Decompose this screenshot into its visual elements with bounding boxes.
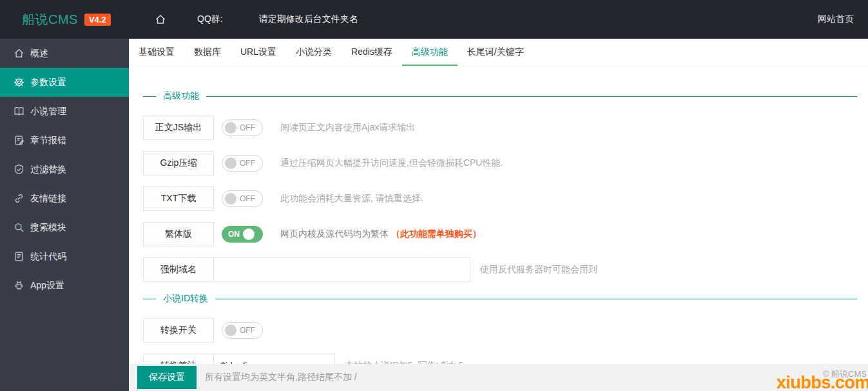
sidebar-item-3[interactable]: 小说管理 <box>0 97 129 126</box>
home-icon[interactable] <box>155 14 166 25</box>
toggle-switch[interactable]: OFF <box>222 190 263 207</box>
home-icon <box>14 48 24 59</box>
section-legend: 高级功能 <box>143 90 857 102</box>
setting-label: Gzip压缩 <box>143 151 214 175</box>
toggle-switch[interactable]: OFF <box>222 155 263 172</box>
switch-knob <box>243 228 255 240</box>
setting-description: 使用反代服务器时可能会用到 <box>480 264 597 276</box>
switch-knob <box>225 193 236 205</box>
watermark: xiubbs.com <box>776 373 868 391</box>
setting-row: 强制域名使用反代服务器时可能会用到 <box>143 257 857 282</box>
setting-row: 正文JS输出OFF阅读页正文内容使用Ajax请求输出 <box>143 115 857 140</box>
setting-label: 转换开关 <box>143 318 214 343</box>
sidebar-item-5[interactable]: 过滤替换 <box>0 155 129 184</box>
sidebar-item-7[interactable]: 搜索模块 <box>0 213 129 242</box>
sidebar-item-label: 小说管理 <box>30 106 66 117</box>
sidebar-item-9[interactable]: App设置 <box>0 271 129 300</box>
setting-row: TXT下载OFF此功能会消耗大量资源, 请慎重选择. <box>143 186 857 211</box>
setting-label: 繁体版 <box>143 222 214 246</box>
top-header: 船说CMS V4.2 QQ群: 请定期修改后台文件夹名 网站首页 <box>0 0 868 39</box>
setting-row: 转换开关OFF <box>143 318 857 343</box>
settings-tabs: 基础设置数据库URL设置小说分类Redis缓存高级功能长尾词/关键字 <box>129 39 868 66</box>
setting-description: 阅读页正文内容使用Ajax请求输出 <box>280 122 415 134</box>
tab-7[interactable]: 长尾词/关键字 <box>458 39 534 66</box>
purchase-warning: （此功能需单独购买） <box>391 228 481 240</box>
toggle-switch[interactable]: ON <box>222 226 263 243</box>
save-settings-button[interactable]: 保存设置 <box>137 366 197 389</box>
version-badge: V4.2 <box>84 14 111 26</box>
gear-icon <box>14 77 24 88</box>
search-icon <box>14 222 24 233</box>
sidebar-item-label: 搜索模块 <box>30 222 66 234</box>
setting-description: 此功能会消耗大量资源, 请慎重选择. <box>280 193 423 205</box>
setting-description: 通过压缩网页大幅提升访问速度,但会轻微损耗CPU性能. <box>280 157 503 169</box>
sidebar-item-label: 参数设置 <box>30 77 66 88</box>
sidebar-item-label: 章节报错 <box>30 135 66 146</box>
sidebar-item-label: 概述 <box>30 48 48 59</box>
switch-knob <box>225 325 236 336</box>
setting-label: TXT下载 <box>143 186 214 211</box>
tab-6[interactable]: 高级功能 <box>402 39 458 66</box>
tab-2[interactable]: 数据库 <box>184 39 231 66</box>
shield-icon <box>14 164 24 175</box>
setting-row: Gzip压缩OFF通过压缩网页大幅提升访问速度,但会轻微损耗CPU性能. <box>143 151 857 175</box>
section-legend: 小说ID转换 <box>143 293 857 305</box>
footer-bar: 保存设置 所有设置均为英文半角,路径结尾不加 / © 船说CMS xiubbs.… <box>129 364 868 391</box>
setting-label: 正文JS输出 <box>143 115 214 140</box>
toggle-switch[interactable]: OFF <box>222 322 263 339</box>
setting-row: 繁体版ON网页内核及源代码均为繁体（此功能需单独购买） <box>143 222 857 246</box>
qq-group-label: QQ群: <box>197 14 223 25</box>
switch-knob <box>225 122 236 134</box>
footer-hint: 所有设置均为英文半角,路径结尾不加 / <box>205 372 357 383</box>
app-title: 船说CMS <box>22 11 78 28</box>
sidebar-item-label: 友情链接 <box>30 193 66 205</box>
link-icon <box>14 193 24 204</box>
android-icon <box>14 280 24 291</box>
sidebar-item-6[interactable]: 友情链接 <box>0 184 129 213</box>
toggle-switch[interactable]: OFF <box>222 119 263 136</box>
tab-4[interactable]: 小说分类 <box>286 39 342 66</box>
sidebar-item-label: 统计代码 <box>30 251 66 263</box>
settings-content: 高级功能正文JS输出OFF阅读页正文内容使用Ajax请求输出Gzip压缩OFF通… <box>129 66 868 378</box>
sidebar-item-label: App设置 <box>30 280 64 292</box>
logo: 船说CMS V4.2 <box>0 11 129 28</box>
sidebar-item-2[interactable]: 参数设置 <box>0 68 129 97</box>
sidebar: 概述参数设置小说管理章节报错过滤替换友情链接搜索模块统计代码App设置 <box>0 39 129 391</box>
sidebar-item-4[interactable]: 章节报错 <box>0 126 129 155</box>
switch-knob <box>225 157 236 169</box>
sidebar-item-1[interactable]: 概述 <box>0 39 129 68</box>
tab-1[interactable]: 基础设置 <box>129 39 184 66</box>
sidebar-item-8[interactable]: 统计代码 <box>0 242 129 271</box>
setting-label: 强制域名 <box>143 257 214 282</box>
setting-description: 网页内核及源代码均为繁体 <box>280 228 389 240</box>
stats-icon <box>14 251 24 262</box>
header-notice: 请定期修改后台文件夹名 <box>259 14 358 25</box>
settings-section: 高级功能正文JS输出OFF阅读页正文内容使用Ajax请求输出Gzip压缩OFF通… <box>143 90 857 282</box>
book-icon <box>14 106 24 117</box>
header-nav: QQ群: 请定期修改后台文件夹名 <box>129 14 358 25</box>
sidebar-item-label: 过滤替换 <box>30 164 66 175</box>
report-icon <box>14 135 24 146</box>
tab-5[interactable]: Redis缓存 <box>342 39 402 66</box>
setting-input[interactable] <box>213 257 470 282</box>
main-panel: 基础设置数据库URL设置小说分类Redis缓存高级功能长尾词/关键字 高级功能正… <box>129 39 868 391</box>
site-home-link[interactable]: 网站首页 <box>818 14 868 25</box>
tab-3[interactable]: URL设置 <box>231 39 286 66</box>
